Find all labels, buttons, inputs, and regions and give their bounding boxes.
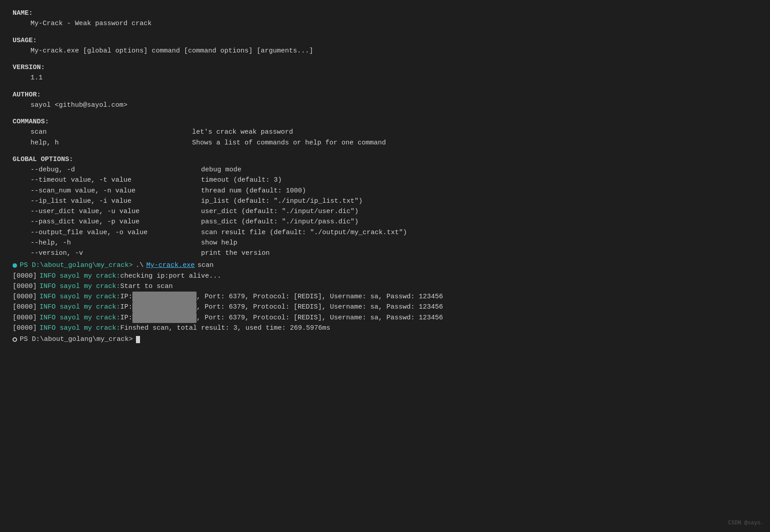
- prompt1-path: PS D:\about_golang\my_crack>: [20, 260, 133, 270]
- blurred-ip-2: ███████████████: [132, 302, 197, 312]
- version-section: VERSION: 1.1: [13, 62, 757, 83]
- option-scan-num: --scan_num value, -n valuethread num (de…: [31, 186, 757, 196]
- log-line-5: [0000] INFO sayol my crack: Finshed scan…: [13, 323, 757, 333]
- prompt2-path: PS D:\about_golang\my_crack>: [20, 334, 133, 344]
- commands-section: COMMANDS: scanlet's crack weak password …: [13, 117, 757, 148]
- option-timeout: --timeout value, -t valuetimeout (defaul…: [31, 175, 757, 185]
- prompt1-cmd-pre: .\: [136, 260, 144, 270]
- log-line-3: [0000] INFO sayol my crack: IP: ████████…: [13, 302, 757, 312]
- log-line-2: [0000] INFO sayol my crack: IP: ████████…: [13, 292, 757, 302]
- cursor-block: [136, 336, 140, 343]
- option-help: --help, -hshow help: [31, 238, 757, 248]
- option-debug: --debug, -ddebug mode: [31, 165, 757, 175]
- prompt1-cmd-post: scan: [197, 260, 214, 270]
- author-label: AUTHOR:: [13, 91, 41, 99]
- blurred-ip-3: ███████████████: [132, 313, 197, 323]
- usage-label: USAGE:: [13, 37, 37, 44]
- author-section: AUTHOR: sayol <github@sayol.com>: [13, 90, 757, 111]
- name-section: NAME: My-Crack - Weak password crack: [13, 8, 757, 29]
- log-line-1: [0000] INFO sayol my crack: Start to sca…: [13, 281, 757, 292]
- prompt-line-2: PS D:\about_golang\my_crack>: [13, 334, 757, 344]
- version-value: 1.1: [13, 73, 43, 83]
- log-line-0: [0000] INFO sayol my crack: checking ip:…: [13, 271, 757, 281]
- dot-filled-icon: [13, 263, 17, 268]
- name-label: NAME:: [13, 9, 33, 17]
- commands-label: COMMANDS:: [13, 118, 49, 126]
- global-options-label: GLOBAL OPTIONS:: [13, 156, 73, 163]
- option-output-file: --output_file value, -o valuescan result…: [31, 227, 757, 238]
- prompt-line-1: PS D:\about_golang\my_crack> .\My-crack.…: [13, 260, 757, 270]
- author-value: sayol <github@sayol.com>: [13, 100, 127, 110]
- option-pass-dict: --pass_dict value, -p valuepass_dict (de…: [31, 217, 757, 227]
- usage-value: My-crack.exe [global options] command [c…: [13, 46, 313, 56]
- watermark: CSDN @sayo.: [728, 519, 764, 528]
- global-options-section: GLOBAL OPTIONS: --debug, -ddebug mode --…: [13, 154, 757, 259]
- log-line-4: [0000] INFO sayol my crack: IP: ████████…: [13, 313, 757, 323]
- version-label: VERSION:: [13, 64, 45, 71]
- prompt1-cmd-link: My-crack.exe: [146, 260, 195, 270]
- name-value: My-Crack - Weak password crack: [13, 18, 152, 29]
- dot-empty-icon: [13, 337, 17, 342]
- option-ip-list: --ip_list value, -i valueip_list (defaul…: [31, 196, 757, 206]
- option-user-dict: --user_dict value, -u valueuser_dict (de…: [31, 206, 757, 217]
- option-version: --version, -vprint the version: [31, 248, 757, 258]
- command-scan: scanlet's crack weak password: [31, 127, 757, 137]
- command-help: help, hShows a list of commands or help …: [31, 138, 757, 148]
- usage-section: USAGE: My-crack.exe [global options] com…: [13, 35, 757, 57]
- terminal-window: NAME: My-Crack - Weak password crack USA…: [13, 8, 757, 344]
- blurred-ip-1: ███████████████: [132, 292, 197, 302]
